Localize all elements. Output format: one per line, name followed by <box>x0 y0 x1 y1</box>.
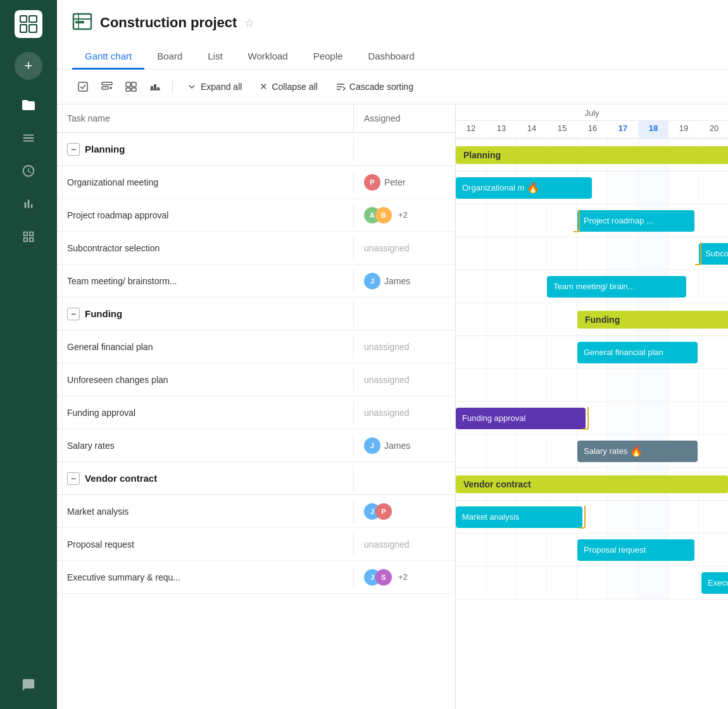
folder-icon[interactable] <box>15 91 42 119</box>
task-assigned-cell: unassigned <box>354 368 455 391</box>
table-row: Proposal request unassigned <box>57 528 455 561</box>
task-name-cell: Unforeseen changes plan <box>57 368 354 391</box>
gantt-row-funding-approval: Funding approval <box>456 402 728 435</box>
gantt-day-20: 20 <box>699 121 728 138</box>
task-assigned-cell: unassigned <box>354 336 455 358</box>
task-name-cell: Salary rates <box>57 434 354 457</box>
col-task-name: Task name <box>57 104 354 132</box>
svg-rect-24 <box>157 87 160 90</box>
expand-all-label: Expand all <box>201 82 242 92</box>
gantt-row-unforeseen: Unforesee <box>456 369 728 402</box>
gantt-day-14: 14 <box>517 121 547 138</box>
gantt-bar-exec-summary[interactable]: Executive summ <box>701 572 728 594</box>
group-name-funding: − Funding <box>57 301 354 327</box>
task-name: Project roadmap approval <box>67 210 168 220</box>
task-assigned-cell: P Peter <box>354 168 455 197</box>
svg-rect-14 <box>102 87 108 89</box>
group-row-funding: − Funding <box>57 298 455 330</box>
task-name: Team meeting/ brainstorm... <box>67 276 177 286</box>
view-toolbar-btn[interactable] <box>96 76 118 97</box>
assignee-name: unassigned <box>364 342 410 352</box>
tab-people[interactable]: People <box>301 44 356 70</box>
gantt-row-subcontractor: Subcontractor s <box>456 237 728 270</box>
table-row: Subcontractor selection unassigned <box>57 232 455 265</box>
task-assigned-cell: unassigned <box>354 237 455 260</box>
gantt-row-salary-rates: Salary rates 🔥 <box>456 435 728 468</box>
collapse-funding-btn[interactable]: − <box>67 308 80 320</box>
gantt-day-13: 13 <box>486 121 517 138</box>
assignee-name: unassigned <box>364 375 410 385</box>
gantt-bar-team-meeting[interactable]: Team meeting/ brain... <box>547 276 686 298</box>
gantt-bar-planning-group[interactable]: Planning <box>456 146 728 164</box>
collapse-vendor-btn[interactable]: − <box>67 472 80 485</box>
favorite-icon[interactable]: ☆ <box>244 16 254 30</box>
svg-rect-7 <box>30 25 36 32</box>
collapse-planning-btn[interactable]: − <box>67 143 80 156</box>
chart-toolbar-btn[interactable] <box>144 76 166 97</box>
bar-label: Planning <box>463 150 501 160</box>
avatar: J <box>364 273 380 289</box>
svg-rect-5 <box>30 16 36 22</box>
gantt-bar-proposal-request[interactable]: Proposal request <box>577 539 694 561</box>
task-name-cell: Subcontractor selection <box>57 237 354 260</box>
checkbox-toolbar-btn[interactable] <box>72 76 94 97</box>
bar-label: Funding approval <box>462 413 525 423</box>
expand-all-button[interactable]: Expand all <box>179 78 249 96</box>
list-icon[interactable] <box>15 124 42 152</box>
task-name: Unforeseen changes plan <box>67 375 168 385</box>
clock-icon[interactable] <box>15 157 42 185</box>
gantt-bar-funding-group[interactable]: Funding <box>577 311 728 329</box>
svg-rect-6 <box>21 25 26 32</box>
group-toolbar-btn[interactable] <box>120 76 142 97</box>
bar-label: Salary rates <box>584 446 627 456</box>
gantt-row-planning-group: Planning <box>456 139 728 172</box>
content-area: Task name Assigned − Planning Organizati… <box>57 104 728 709</box>
svg-rect-22 <box>151 86 153 90</box>
gantt-bar-funding-approval[interactable]: Funding approval <box>456 408 586 429</box>
tab-workload[interactable]: Workload <box>235 44 301 70</box>
task-name: Salary rates <box>67 441 115 451</box>
chart-icon[interactable] <box>15 190 42 218</box>
group-assigned-vendor <box>354 472 455 485</box>
group-assigned-funding <box>354 308 455 320</box>
gantt-day-16: 16 <box>577 121 608 138</box>
gantt-bar-market-analysis[interactable]: Market analysis <box>456 506 582 528</box>
group-name-vendor: − Vendor contract <box>57 466 354 491</box>
gantt-bar-org-meeting[interactable]: Organizational m 🔥 <box>456 177 592 199</box>
gantt-day-12: 12 <box>456 121 486 138</box>
tab-gantt-chart[interactable]: Gantt chart <box>72 44 144 70</box>
tab-board[interactable]: Board <box>144 44 195 70</box>
group-row-vendor: − Vendor contract <box>57 462 455 495</box>
task-assigned-cell: A B +2 <box>354 201 455 230</box>
assignee-name: James <box>384 441 410 451</box>
toolbar-divider-1 <box>172 79 173 94</box>
gantt-bar-subcontractor[interactable]: Subcontractor s <box>699 243 728 265</box>
svg-rect-18 <box>132 82 136 87</box>
collapse-all-button[interactable]: ✕ Collapse all <box>252 77 325 96</box>
gantt-row-gen-financial: General financial plan <box>456 336 728 369</box>
grid-icon[interactable] <box>15 223 42 251</box>
bar-label: General financial plan <box>584 348 663 357</box>
chat-icon[interactable] <box>15 671 42 699</box>
group-assigned-planning <box>354 143 455 156</box>
gantt-bar-vendor-group[interactable]: Vendor contract <box>456 475 728 493</box>
tab-dashboard[interactable]: Dashboard <box>355 44 427 70</box>
add-button[interactable]: + <box>15 52 42 80</box>
plus-icon: + <box>25 58 33 74</box>
svg-rect-11 <box>75 21 84 23</box>
gantt-row-vendor-group: Vendor contract <box>456 468 728 501</box>
gantt-chart-area: July 12 13 14 15 16 17 18 19 20 21 <box>456 104 728 709</box>
toolbar: Expand all ✕ Collapse all Cascade sortin… <box>57 70 728 104</box>
extra-count: +2 <box>398 210 408 220</box>
gantt-bar-salary-rates[interactable]: Salary rates 🔥 <box>577 441 698 462</box>
cascade-sorting-button[interactable]: Cascade sorting <box>328 78 421 96</box>
funding-label: Funding <box>85 308 122 319</box>
task-name-cell: Proposal request <box>57 533 354 556</box>
gantt-bar-roadmap[interactable]: Project roadmap ... <box>577 210 694 232</box>
bar-label: Executive summ <box>708 578 728 587</box>
task-name-cell: Executive summary & requ... <box>57 566 354 589</box>
gantt-bar-gen-financial[interactable]: General financial plan <box>577 342 698 363</box>
table-row: Project roadmap approval A B +2 <box>57 199 455 232</box>
tab-list[interactable]: List <box>195 44 235 70</box>
gantt-day-17: 17 <box>608 121 638 138</box>
